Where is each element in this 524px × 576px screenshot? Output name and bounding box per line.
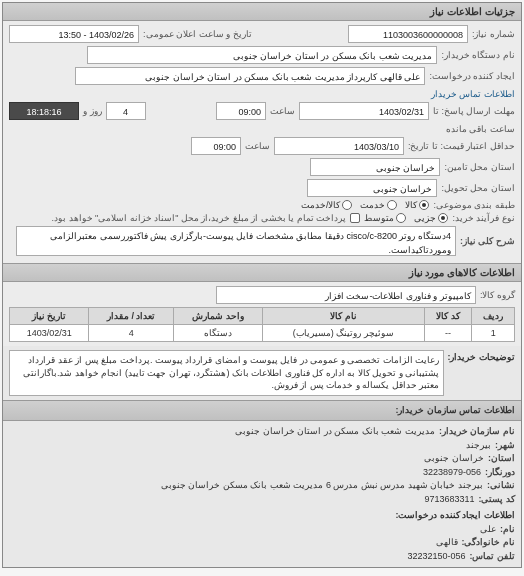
th-qty: تعداد / مقدار — [89, 308, 174, 325]
label-at1: ساعت — [270, 106, 295, 116]
label-requester: ایجاد کننده درخواست: — [429, 71, 515, 81]
radio-service[interactable]: خدمت — [360, 200, 397, 210]
buyer-contact-link[interactable]: اطلاعات تماس خریدار — [431, 89, 515, 99]
pay-type-group: جزیی متوسط — [364, 213, 448, 223]
label-days: روز و — [83, 106, 102, 116]
cell-row: 1 — [472, 325, 515, 342]
buyer-desc: رعایت الزامات تخصصی و عمومی در فایل پیوس… — [9, 350, 444, 396]
contact-panel: اطلاعات تماس سازمان خریدار: نام سازمان خ… — [3, 400, 521, 568]
k-prov: استان: — [488, 452, 515, 466]
cell-qty: 4 — [89, 325, 174, 342]
checkbox-icon — [350, 213, 360, 223]
v-lname: قالهی — [436, 536, 458, 550]
goods-table: ردیف کد کالا نام کالا واحد شمارش تعداد /… — [9, 307, 515, 342]
need-details-panel: جزئیات اطلاعات نیاز شماره نیاز: 11030036… — [2, 2, 522, 568]
label-desc: توضیحات خریدار: — [448, 350, 516, 362]
radio-mid[interactable]: متوسط — [364, 213, 406, 223]
pay-note: پرداخت تمام یا بخشی از مبلغ خرید،از محل … — [52, 213, 347, 223]
valid-until-date: 1403/03/10 — [274, 137, 404, 155]
deadline-time: 09:00 — [216, 102, 266, 120]
th-date: تاریخ نیاز — [10, 308, 89, 325]
contact-title: اطلاعات تماس سازمان خریدار: — [3, 401, 521, 422]
v-prov: خراسان جنوبی — [424, 452, 484, 466]
radio-goods[interactable]: کالا — [405, 200, 429, 210]
label-need-title: شرح کلی نیاز: — [460, 236, 515, 246]
radio-dot-icon — [419, 200, 429, 210]
remaining-time: 18:18:16 — [9, 102, 79, 120]
label-public-date: تاریخ و ساعت اعلان عمومی: — [143, 29, 252, 39]
cell-unit: دستگاه — [174, 325, 263, 342]
radio-both[interactable]: کالا/خدمت — [301, 200, 353, 210]
table-row: 1 -- سوئیچر روتینگ (مسیریاب) دستگاه 4 14… — [10, 325, 515, 342]
radio-low[interactable]: جزیی — [414, 213, 448, 223]
delivery-prov: خراسان جنوبی — [307, 179, 437, 197]
valid-until-time: 09:00 — [191, 137, 241, 155]
radio-dot-icon — [396, 213, 406, 223]
k-tel: تلفن تماس: — [470, 550, 516, 564]
supply-prov: خراسان جنوبی — [310, 158, 440, 176]
k-lname: نام خانوادگی: — [462, 536, 516, 550]
remaining-days: 4 — [106, 102, 146, 120]
label-pack-type: طبقه بندی موضوعی: — [433, 200, 515, 210]
th-unit: واحد شمارش — [174, 308, 263, 325]
k-addr: نشانی: — [487, 479, 515, 493]
pack-type-group: کالا خدمت کالا/خدمت — [301, 200, 430, 210]
label-delivery-prov: استان محل تحویل: — [441, 183, 515, 193]
goods-group: کامپیوتر و فناوری اطلاعات-سخت افزار — [216, 286, 476, 304]
need-title-text[interactable] — [16, 226, 456, 256]
label-buyer-org: نام دستگاه خریدار: — [441, 50, 515, 60]
label-deadline: مهلت ارسال پاسخ: تا — [433, 106, 515, 116]
buyer-org: مدیریت شعب بانک مسکن در استان خراسان جنو… — [87, 46, 437, 64]
label-valid-until: حداقل اعتبار قیمت: تا تاریخ: — [408, 141, 515, 151]
label-number: شماره نیاز: — [472, 29, 515, 39]
cell-code: -- — [424, 325, 472, 342]
label-pay-type: نوع فرآیند خرید: — [452, 213, 515, 223]
k-city: شهر: — [495, 439, 515, 453]
k-fax: دورنگار: — [485, 466, 515, 480]
v-name: علی — [480, 523, 496, 537]
th-code: کد کالا — [424, 308, 472, 325]
v-city: بیرجند — [466, 439, 491, 453]
cell-name: سوئیچر روتینگ (مسیریاب) — [262, 325, 424, 342]
buyer-desc-row: توضیحات خریدار: رعایت الزامات تخصصی و عم… — [3, 346, 521, 400]
label-supply-prov: استان محل تامین: — [444, 162, 515, 172]
form-body: شماره نیاز: 1103003600000008 تاریخ و ساع… — [3, 21, 521, 263]
v-addr: بیرجند خیابان شهید مدرس نبش مدرس 6 مدیری… — [161, 479, 483, 493]
deadline-date: 1403/02/31 — [299, 102, 429, 120]
panel-title: جزئیات اطلاعات نیاز — [3, 3, 521, 21]
k-post: کد پستی: — [479, 493, 516, 507]
label-remain: ساعت باقی مانده — [446, 124, 515, 134]
v-tel: 32232150-056 — [407, 550, 465, 564]
table-header-row: ردیف کد کالا نام کالا واحد شمارش تعداد /… — [10, 308, 515, 325]
need-number: 1103003600000008 — [348, 25, 468, 43]
th-row: ردیف — [472, 308, 515, 325]
radio-dot-icon — [342, 200, 352, 210]
k-org: نام سازمان خریدار: — [439, 425, 515, 439]
req-title: اطلاعات ایجاد کننده درخواست: — [9, 509, 515, 523]
radio-dot-icon — [387, 200, 397, 210]
checkbox-treasury[interactable] — [350, 213, 360, 223]
cell-date: 1403/02/31 — [10, 325, 89, 342]
requester: علی قالهی کارپرداز مدیریت شعب بانک مسکن … — [75, 67, 425, 85]
th-name: نام کالا — [262, 308, 424, 325]
public-date: 1403/02/26 - 13:50 — [9, 25, 139, 43]
v-org: مدیریت شعب بانک مسکن در استان خراسان جنو… — [235, 425, 435, 439]
label-group: گروه کالا: — [480, 290, 515, 300]
v-fax: 32238979-056 — [423, 466, 481, 480]
goods-section-title: اطلاعات کالاهای مورد نیاز — [3, 263, 521, 282]
radio-dot-icon — [438, 213, 448, 223]
label-at2: ساعت — [245, 141, 270, 151]
k-name: نام: — [500, 523, 515, 537]
v-post: 9713683311 — [424, 493, 474, 507]
